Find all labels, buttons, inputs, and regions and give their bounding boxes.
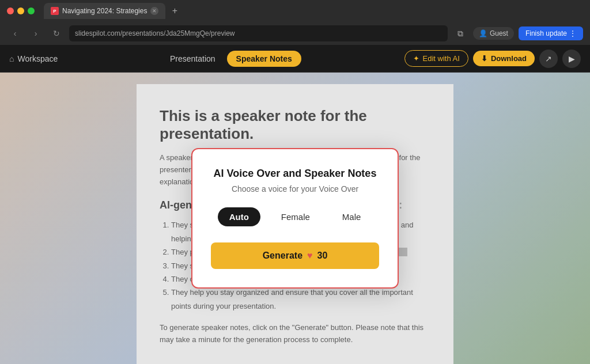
female-voice-label: Female	[281, 212, 310, 222]
app-header: ⌂ Workspace Presentation Speaker Notes ✦…	[0, 45, 590, 73]
presentation-tab-label: Presentation	[170, 54, 215, 63]
refresh-button[interactable]: ↻	[48, 25, 65, 41]
finish-update-label: Finish update	[525, 29, 567, 37]
modal-title: AI Voice Over and Speaker Notes	[211, 168, 379, 180]
home-icon: ⌂	[9, 54, 14, 63]
back-button[interactable]: ‹	[7, 25, 23, 41]
modal-overlay: AI Voice Over and Speaker Notes Choose a…	[0, 73, 590, 364]
workspace-label: Workspace	[17, 54, 58, 63]
guest-icon: 👤	[479, 29, 487, 37]
header-tabs: Presentation Speaker Notes	[161, 51, 301, 67]
voice-over-modal: AI Voice Over and Speaker Notes Choose a…	[191, 148, 399, 289]
female-voice-option[interactable]: Female	[270, 207, 322, 226]
workspace-link[interactable]: ⌂ Workspace	[9, 54, 58, 63]
header-actions: ✦ Edit with AI ⬇ Download ↗ ▶	[404, 50, 581, 68]
speaker-notes-tab-label: Speaker Notes	[236, 54, 292, 63]
guest-label: Guest	[490, 29, 508, 37]
screen-mirror-icon[interactable]: ⧉	[452, 25, 468, 41]
auto-voice-label: Auto	[229, 212, 249, 222]
male-voice-option[interactable]: Male	[331, 207, 373, 226]
speaker-notes-tab[interactable]: Speaker Notes	[227, 51, 301, 67]
auto-voice-option[interactable]: Auto	[218, 207, 260, 226]
address-input[interactable]: slidespilot.com/presentations/Jda25MmgQe…	[69, 25, 448, 41]
heart-icon: ♥	[307, 251, 313, 261]
traffic-lights	[7, 7, 35, 14]
finish-update-button[interactable]: Finish update ⋮	[519, 26, 583, 40]
male-voice-label: Male	[342, 212, 361, 222]
tab-close-button[interactable]: ✕	[150, 7, 158, 15]
download-label: Download	[491, 54, 527, 63]
edit-ai-label: Edit with AI	[423, 54, 460, 63]
share-icon: ↗	[545, 54, 552, 63]
menu-dots-icon: ⋮	[569, 29, 576, 37]
generate-button[interactable]: Generate ♥ 30	[211, 242, 379, 269]
active-tab[interactable]: P Navigating 2024: Strategies ✕	[44, 3, 165, 19]
play-icon: ▶	[569, 54, 575, 63]
play-button[interactable]: ▶	[562, 50, 581, 68]
share-button[interactable]: ↗	[539, 50, 558, 68]
tab-bar: P Navigating 2024: Strategies ✕ +	[44, 3, 583, 19]
sparkle-icon: ✦	[413, 54, 419, 63]
credits-count: 30	[317, 251, 328, 261]
presentation-tab[interactable]: Presentation	[161, 51, 225, 67]
modal-subtitle: Choose a voice for your Voice Over	[211, 184, 379, 194]
new-tab-button[interactable]: +	[168, 4, 181, 18]
forward-button[interactable]: ›	[28, 25, 44, 41]
generate-label: Generate	[263, 251, 302, 261]
voice-options: Auto Female Male	[211, 207, 379, 226]
maximize-traffic-light[interactable]	[28, 7, 35, 14]
title-bar: P Navigating 2024: Strategies ✕ +	[0, 0, 590, 22]
url-text: slidespilot.com/presentations/Jda25MmgQe…	[75, 29, 235, 37]
download-button[interactable]: ⬇ Download	[473, 51, 535, 66]
guest-button[interactable]: 👤 Guest	[473, 27, 514, 40]
download-icon: ⬇	[481, 54, 487, 63]
browser-chrome: P Navigating 2024: Strategies ✕ + ‹ › ↻ …	[0, 0, 590, 45]
close-traffic-light[interactable]	[7, 7, 14, 14]
tab-favicon-icon: P	[51, 7, 59, 15]
tab-title: Navigating 2024: Strategies	[62, 7, 147, 15]
address-bar: ‹ › ↻ slidespilot.com/presentations/Jda2…	[0, 22, 590, 45]
edit-with-ai-button[interactable]: ✦ Edit with AI	[404, 50, 468, 67]
minimize-traffic-light[interactable]	[17, 7, 24, 14]
main-content: This is a speaker note for the presentat…	[0, 73, 590, 364]
